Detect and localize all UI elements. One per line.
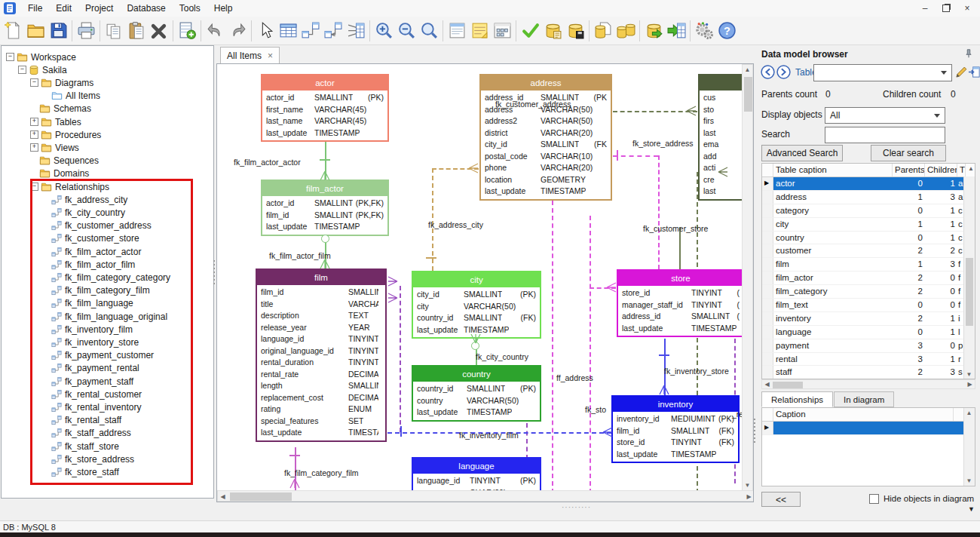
add-table-button[interactable] xyxy=(176,19,198,43)
sidebar-item-views[interactable]: +Views xyxy=(30,141,79,154)
menu-item-help[interactable]: Help xyxy=(207,2,240,15)
scrollbar-thumb[interactable] xyxy=(230,493,292,501)
grid-vscroll-top[interactable]: ▲ xyxy=(966,164,975,173)
advanced-search-button[interactable]: Advanced Search xyxy=(761,145,843,161)
delete-button[interactable] xyxy=(148,19,170,43)
menu-item-database[interactable]: Database xyxy=(120,2,172,15)
hide-objects-checkbox[interactable] xyxy=(869,494,879,504)
sidebar-item-diagrams[interactable]: −Diagrams xyxy=(30,76,93,89)
db-document-button[interactable] xyxy=(592,19,614,43)
cursor-button[interactable] xyxy=(254,19,277,43)
tab-in-diagram[interactable]: In diagram xyxy=(834,391,894,407)
zoom-in-button[interactable] xyxy=(372,19,395,43)
display-objects-combobox[interactable]: All xyxy=(825,107,945,124)
splitter-handle-left[interactable] xyxy=(213,260,215,284)
doc-form-button[interactable] xyxy=(491,19,513,43)
pin-icon[interactable] xyxy=(963,48,974,61)
table-combobox[interactable] xyxy=(813,64,952,81)
doc-note-button[interactable] xyxy=(468,19,491,43)
open-record-button[interactable] xyxy=(968,66,980,80)
collapse-button[interactable]: << xyxy=(761,492,801,507)
scroll-down-icon[interactable]: ▼ xyxy=(964,476,974,486)
print-button[interactable] xyxy=(75,19,97,43)
collapse-icon[interactable]: − xyxy=(18,66,26,74)
diagram-table-store[interactable]: storestore_idTINYINT(manager_staff_idTIN… xyxy=(617,269,745,337)
relation-1n-button[interactable] xyxy=(322,19,345,43)
paste-button[interactable] xyxy=(125,19,148,43)
table-row-country[interactable]: country01c xyxy=(762,232,975,245)
scroll-left-icon[interactable]: ◀ xyxy=(762,379,772,389)
menu-item-tools[interactable]: Tools xyxy=(173,2,207,15)
grid-column-header[interactable]: Table caption xyxy=(773,164,893,176)
splitter-handle-horizontal[interactable]: ········· xyxy=(562,503,591,511)
canvas-hscrollbar[interactable]: ◀▶ xyxy=(217,490,754,502)
nav-forward-button[interactable] xyxy=(776,65,791,79)
scrollbar-thumb[interactable] xyxy=(744,77,752,112)
scroll-down-icon[interactable]: ▼ xyxy=(964,370,974,379)
copy-button[interactable] xyxy=(103,19,125,43)
db-copy-button[interactable] xyxy=(614,19,637,43)
collapse-icon[interactable]: − xyxy=(6,53,14,61)
relation-11-button[interactable] xyxy=(299,19,322,43)
db-save-button[interactable] xyxy=(564,19,586,43)
table-row-city[interactable]: city11c xyxy=(762,218,975,232)
table-row-category[interactable]: category01c xyxy=(762,204,975,218)
scroll-right-icon[interactable]: ▶ xyxy=(965,379,975,389)
grid-column-header[interactable]: Parents xyxy=(893,164,925,176)
tab-close-icon[interactable]: × xyxy=(268,51,273,61)
menu-item-project[interactable]: Project xyxy=(78,2,120,15)
db-script-button[interactable] xyxy=(541,19,564,43)
table-row-actor[interactable]: ▶actor01a xyxy=(762,177,975,191)
relation-nn-button[interactable] xyxy=(345,19,367,43)
save-button[interactable] xyxy=(47,19,69,43)
table-row-film_text[interactable]: film_text00f xyxy=(762,299,975,312)
zoom-reset-button[interactable] xyxy=(418,19,440,43)
collapse-icon[interactable]: − xyxy=(30,78,38,87)
doc-report-button[interactable] xyxy=(446,19,468,43)
scroll-right-icon[interactable]: ▶ xyxy=(744,492,754,502)
relationship-row-selected[interactable]: ▶ xyxy=(762,422,975,435)
diagram-table-inventory[interactable]: inventoryinventory_idMEDIUMINT(PK)film_i… xyxy=(611,395,740,463)
relationships-grid[interactable]: Caption▶▲▼ xyxy=(761,407,975,486)
table-row-film[interactable]: film13f xyxy=(762,258,975,272)
settings-button[interactable] xyxy=(693,19,715,43)
table-row-rental[interactable]: rental31r xyxy=(762,353,975,367)
caption-vscrollbar[interactable]: ▲▼ xyxy=(963,408,975,486)
expand-icon[interactable]: + xyxy=(30,143,38,152)
diagram-table-country[interactable]: countrycountry_idSMALLINT(PK)countryVARC… xyxy=(412,365,541,422)
diagram-table-film_actor[interactable]: film_actoractor_idSMALLINT(PK,FK)film_id… xyxy=(261,180,389,236)
table-row-address[interactable]: address13a xyxy=(762,191,975,204)
grid-column-header[interactable]: T xyxy=(957,164,966,176)
menu-item-edit[interactable]: Edit xyxy=(49,2,78,15)
clear-search-button[interactable]: Clear search xyxy=(871,145,946,161)
sidebar-item-sakila[interactable]: −Sakila xyxy=(18,63,67,76)
table-row-film_actor[interactable]: film_actor20f xyxy=(762,272,975,285)
canvas-vscrollbar[interactable]: ▲▼ xyxy=(742,64,753,491)
sidebar-item-all-items[interactable]: All Items xyxy=(42,90,100,103)
caption-column-header[interactable]: Caption xyxy=(773,408,954,421)
table-row-film_category[interactable]: film_category20f xyxy=(762,285,975,299)
panel-collapse-arrow-icon[interactable]: ▼ xyxy=(968,505,975,513)
diagram-table-address[interactable]: addressaddress_idSMALLINT(PKaddressVARCH… xyxy=(479,74,612,201)
restore-button[interactable] xyxy=(941,3,951,14)
grid-hscrollbar[interactable]: ◀ ▶ xyxy=(761,379,975,389)
scroll-up-icon[interactable]: ▲ xyxy=(964,408,974,418)
diagram-table-city[interactable]: citycity_idSMALLINT(PK)cityVARCHAR(50)co… xyxy=(412,271,541,339)
sidebar-item-schemas[interactable]: Schemas xyxy=(30,103,91,115)
table-row-inventory[interactable]: inventory21i xyxy=(762,312,975,326)
expand-icon[interactable]: + xyxy=(30,130,38,139)
grid-column-header[interactable]: Children xyxy=(925,164,957,176)
sidebar-item-workspace[interactable]: −Workspace xyxy=(6,51,76,63)
scroll-up-icon[interactable]: ▲ xyxy=(743,65,752,75)
table-row-language[interactable]: language01l xyxy=(762,326,975,339)
grid-column-header[interactable] xyxy=(762,164,773,176)
table-caption-grid[interactable]: Table captionParentsChildrenT▲▶actor01aa… xyxy=(761,163,975,379)
help-button[interactable]: ? xyxy=(715,19,738,43)
table-row-customer[interactable]: customer22c xyxy=(762,244,975,258)
tab-all-items[interactable]: All Items × xyxy=(220,47,280,64)
undo-button[interactable] xyxy=(204,19,226,43)
tab-relationships[interactable]: Relationships xyxy=(761,391,833,407)
splitter-handle-right[interactable] xyxy=(754,419,755,443)
scroll-down-icon[interactable]: ▼ xyxy=(743,480,752,490)
zoom-out-button[interactable] xyxy=(395,19,418,43)
